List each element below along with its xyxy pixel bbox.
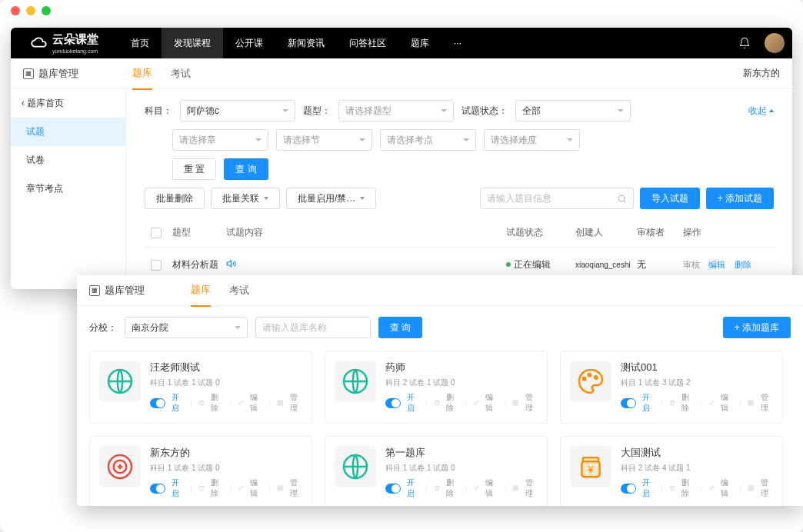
manage-link[interactable]: 管理 [525, 477, 538, 499]
nav-item-2[interactable]: 公开课 [223, 28, 275, 58]
nav-item-0[interactable]: 首页 [118, 28, 162, 58]
edit-link[interactable]: 编辑 [721, 477, 733, 499]
browser-frame: 云朵课堂 yunduoketang.com 首页发现课程公开课新闻资讯问答社区题… [0, 0, 803, 532]
manage-link[interactable]: 管理 [761, 477, 773, 499]
library-card[interactable]: 新东方的科目 1 试卷 1 试题 0开启|删除|编辑|管理 [89, 436, 312, 506]
nav-item-5[interactable]: 题库 [398, 28, 441, 58]
bulk-relate-button[interactable]: 批量关联 [211, 188, 280, 209]
w2-body: 分校： 南京分院 查 询 + 添加题库 汪老师测试科目 1 试卷 1 试题 0开… [77, 306, 803, 506]
library-card[interactable]: ¥大国测试科目 2 试卷 4 试题 1开启|删除|编辑|管理 [560, 436, 783, 506]
search-box[interactable] [480, 188, 634, 209]
maximize-window-button[interactable] [42, 6, 51, 15]
grid-icon [512, 484, 518, 492]
edit-link[interactable]: 编辑 [485, 392, 498, 414]
search-input[interactable] [487, 193, 617, 204]
review-link[interactable]: 审核 [683, 260, 700, 269]
edit-link[interactable]: 编辑 [721, 392, 733, 414]
add-question-button[interactable]: + 添加试题 [706, 188, 774, 209]
enable-toggle[interactable] [385, 484, 401, 494]
nav-item-3[interactable]: 新闻资讯 [275, 28, 337, 58]
delete-link[interactable]: 删除 [446, 392, 458, 414]
point-select[interactable]: 请选择考点 [380, 129, 476, 151]
library-card[interactable]: 药师科目 2 试卷 1 试题 0开启|删除|编辑|管理 [325, 351, 548, 424]
search-button[interactable]: 查 询 [378, 317, 422, 338]
select-all-checkbox[interactable] [151, 228, 162, 238]
enable-toggle[interactable] [385, 398, 401, 408]
difficulty-select[interactable]: 请选择难度 [484, 129, 580, 151]
edit-link[interactable]: 编辑 [485, 477, 498, 499]
type-select[interactable]: 请选择题型 [338, 100, 454, 121]
section-select[interactable]: 请选择节 [276, 129, 372, 151]
enable-toggle[interactable] [150, 484, 165, 494]
edit-link[interactable]: 编辑 [250, 392, 262, 414]
add-library-button[interactable]: + 添加题库 [723, 317, 791, 338]
delete-link[interactable]: 删除 [446, 477, 458, 499]
tab-题库[interactable]: 题库 [191, 275, 211, 307]
toggle-label: 开启 [407, 477, 419, 499]
account-name[interactable]: 新东方的 [743, 67, 780, 80]
grid-icon [277, 399, 283, 407]
w2-tabs: 题库考试 [191, 275, 249, 305]
branch-select[interactable]: 南京分院 [125, 317, 248, 338]
svg-point-11 [583, 377, 585, 380]
svg-rect-32 [748, 486, 750, 487]
svg-rect-33 [751, 486, 753, 487]
minimize-window-button[interactable] [26, 6, 35, 15]
svg-rect-34 [748, 489, 750, 490]
card-meta: 科目 1 试卷 1 试题 0 [150, 377, 302, 388]
delete-link[interactable]: 删除 [681, 392, 694, 414]
tab-考试[interactable]: 考试 [171, 58, 191, 89]
enable-toggle[interactable] [150, 398, 165, 408]
delete-link[interactable]: 删除 [211, 477, 223, 499]
manage-link[interactable]: 管理 [525, 392, 538, 414]
card-ops: 开启|删除|编辑|管理 [150, 477, 302, 499]
delete-link[interactable]: 删除 [211, 392, 223, 414]
library-name-input[interactable] [255, 317, 371, 338]
breadcrumb-back[interactable]: ‹ 题库首页 [11, 89, 125, 118]
row-checkbox[interactable] [151, 260, 162, 271]
svg-rect-35 [751, 489, 753, 490]
edit-link[interactable]: 编辑 [708, 260, 725, 269]
status-select[interactable]: 全部 [515, 100, 631, 121]
bulk-action-row: 批量删除 批量关联 批量启用/禁… 导入试题 + 添加试题 [145, 188, 774, 209]
manage-link[interactable]: 管理 [761, 392, 773, 414]
card-meta: 科目 1 试卷 3 试题 2 [621, 377, 773, 388]
search-button[interactable]: 查 询 [224, 158, 268, 180]
library-card[interactable]: 第一题库科目 1 试卷 1 试题 0开启|删除|编辑|管理 [325, 436, 548, 506]
logo[interactable]: 云朵课堂 yunduoketang.com [11, 28, 118, 58]
delete-link[interactable]: 删除 [681, 477, 694, 499]
tab-题库[interactable]: 题库 [132, 58, 152, 90]
collapse-link[interactable]: 收起 [748, 105, 774, 118]
search-icon [617, 194, 627, 204]
enable-toggle[interactable] [621, 484, 636, 494]
nav-item-6[interactable]: ··· [441, 28, 474, 58]
svg-rect-27 [513, 489, 515, 490]
library-card[interactable]: 测试001科目 1 试卷 3 试题 2开启|删除|编辑|管理 [560, 351, 783, 424]
subject-select[interactable]: 阿萨德c [180, 100, 295, 121]
sidebar-item-1[interactable]: 试卷 [11, 146, 125, 175]
avatar[interactable] [765, 33, 785, 53]
manage-link[interactable]: 管理 [290, 477, 302, 499]
enable-toggle[interactable] [621, 398, 636, 408]
bulk-delete-button[interactable]: 批量删除 [145, 188, 205, 209]
bulk-enable-button[interactable]: 批量启用/禁… [286, 188, 376, 209]
trash-icon [434, 399, 440, 407]
import-button[interactable]: 导入试题 [640, 188, 700, 209]
chapter-select[interactable]: 请选择章 [172, 129, 268, 151]
audio-icon[interactable] [226, 258, 237, 269]
library-card[interactable]: 汪老师测试科目 1 试卷 1 试题 0开启|删除|编辑|管理 [89, 351, 312, 424]
manage-link[interactable]: 管理 [290, 392, 302, 414]
tab-考试[interactable]: 考试 [229, 275, 249, 306]
svg-rect-2 [278, 401, 279, 402]
nav-item-4[interactable]: 问答社区 [337, 28, 398, 58]
delete-link[interactable]: 删除 [735, 260, 751, 269]
reset-button[interactable]: 重 置 [172, 158, 216, 180]
edit-link[interactable]: 编辑 [250, 477, 262, 499]
svg-rect-16 [748, 404, 750, 405]
sidebar-item-2[interactable]: 章节考点 [11, 175, 125, 203]
sidebar-item-0[interactable]: 试题 [11, 118, 125, 146]
close-window-button[interactable] [11, 6, 20, 15]
svg-rect-3 [281, 401, 282, 402]
nav-item-1[interactable]: 发现课程 [162, 28, 223, 58]
bell-icon[interactable] [738, 37, 751, 49]
